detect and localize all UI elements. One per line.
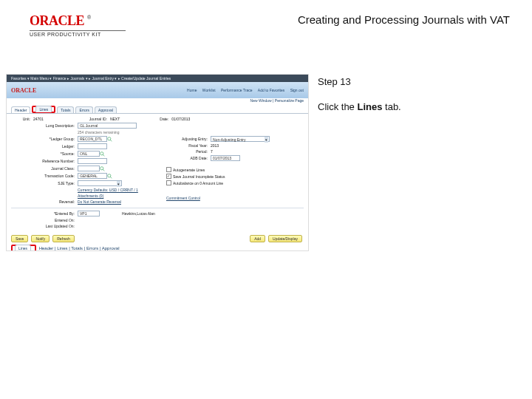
link-signout[interactable]: Sign out <box>290 88 304 92</box>
banner-oracle-logo: ORACLE <box>11 87 36 94</box>
click-highlight-box-bottom: Lines <box>11 245 36 251</box>
sjetype-dropdown[interactable] <box>78 180 122 186</box>
period-value: 7 <box>211 149 213 154</box>
chars-remaining: 254 characters remaining <box>78 130 119 134</box>
journalid-label: Journal ID: <box>44 117 110 121</box>
fiscalyear-value: 2013 <box>211 143 219 148</box>
update-display-button[interactable]: Update/Display <box>268 235 302 242</box>
svg-line-3 <box>103 154 104 156</box>
oracle-logotype: ORACLE <box>30 13 84 29</box>
notify-button[interactable]: Notify <box>31 235 50 242</box>
trancode-field[interactable]: GENERAL <box>78 173 107 179</box>
lookup-icon[interactable] <box>100 151 105 157</box>
breadcrumb: Favorites ▾ Main Menu ▾ Finance ▸ Journa… <box>7 75 308 82</box>
fiscalyear-label: Fiscal Year: <box>166 143 211 148</box>
unit-value: 24701 <box>33 117 44 121</box>
trademark-symbol: ® <box>87 15 91 20</box>
app-banner: ORACLE Home Worklist Performance Trace A… <box>7 82 308 98</box>
svg-line-1 <box>110 140 112 141</box>
adbdate-field[interactable]: 01/07/2013 <box>211 155 240 161</box>
enteredby-field[interactable]: VP1 <box>78 211 100 216</box>
document-title: Creating and Processing Journals with VA… <box>126 13 517 26</box>
date-value: 01/07/2013 <box>171 117 190 121</box>
link-perftrace[interactable]: Performance Trace <box>221 88 253 92</box>
click-highlight-box: Lines <box>32 106 55 113</box>
adbdate-label: ADB Date: <box>166 156 211 160</box>
journalclass-field[interactable] <box>78 166 100 171</box>
add-button[interactable]: Add <box>250 235 265 242</box>
journalid-value: NEXT <box>110 117 120 121</box>
tab-errors[interactable]: Errors <box>75 106 93 113</box>
ledger-label: Ledger: <box>11 144 78 149</box>
currency-defaults-link[interactable]: Currency Defaults: USD / CRRNT / 1 <box>78 188 138 192</box>
attachments-link[interactable]: Attachments (0) <box>78 194 103 198</box>
step-number: Step 13 <box>318 74 516 90</box>
svg-line-7 <box>110 177 112 178</box>
ledgergroup-field[interactable]: RECON_DTL <box>78 136 107 142</box>
commitment-control-link[interactable]: Commitment Control <box>166 196 200 200</box>
autobalance-label: Autobalance on 0 Amount Line <box>173 181 223 185</box>
tab-totals[interactable]: Totals <box>57 106 74 113</box>
tab-header[interactable]: Header <box>11 106 30 113</box>
link-worklist[interactable]: Worklist <box>202 88 216 92</box>
ledgergroup-label: *Ledger Group: <box>11 137 78 141</box>
adjentry-dropdown[interactable]: Non-Adjusting Entry <box>211 136 270 142</box>
footer-tab-links: Header | Lines | Totals | Errors | Appro… <box>39 246 120 250</box>
refno-label: Reference Number: <box>11 159 78 163</box>
date-label: Date: <box>120 117 171 121</box>
journalclass-label: Journal Class: <box>11 166 78 171</box>
autogen-label: Autogenerate Lines <box>173 168 205 172</box>
saveincomplete-checkbox[interactable] <box>166 174 171 179</box>
tab-lines[interactable]: Lines <box>35 106 52 112</box>
longdesc-field[interactable]: GL Journal <box>78 123 137 129</box>
instruction-panel: Step 13 Click the Lines tab. <box>309 74 516 251</box>
window-links: New Window | Personalize Page <box>7 98 308 105</box>
link-favorites[interactable]: Add to Favorites <box>258 88 284 92</box>
reversal-value[interactable]: Do Not Generate Reversal <box>78 200 121 204</box>
period-label: Period: <box>166 149 211 154</box>
reversal-label: Reversal: <box>11 200 78 204</box>
autogen-checkbox[interactable] <box>166 167 171 172</box>
instruction-post: tab. <box>382 101 400 112</box>
journal-header-form: Unit: 24701 Journal ID: NEXT Date: 01/07… <box>7 114 308 233</box>
trancode-label: Transaction Code: <box>11 174 78 178</box>
enteredby-name: Hawkins,Lucas Alan <box>122 211 155 216</box>
sjetype-label: SJE Type: <box>11 181 78 185</box>
saveincomplete-label: Save Journal Incomplete Status <box>173 174 225 179</box>
bottom-tab-lines[interactable]: Lines <box>15 245 31 251</box>
bottom-tab-strip: Lines Header | Lines | Totals | Errors |… <box>7 245 308 251</box>
link-home[interactable]: Home <box>187 88 197 92</box>
refno-field[interactable] <box>78 158 107 164</box>
save-button[interactable]: Save <box>11 235 28 242</box>
lastupdated-label: Last Updated On: <box>11 224 78 228</box>
lookup-icon[interactable] <box>107 174 112 179</box>
instruction-pre: Click the <box>318 101 357 112</box>
lookup-icon[interactable] <box>100 166 105 171</box>
lookup-icon[interactable] <box>107 137 112 142</box>
screenshot-thumbnail: Favorites ▾ Main Menu ▾ Finance ▸ Journa… <box>6 74 309 251</box>
svg-line-5 <box>103 169 104 171</box>
longdesc-label: Long Description: <box>11 123 78 128</box>
brand-subline: USER PRODUCTIVITY KIT <box>30 30 126 37</box>
autobalance-checkbox[interactable] <box>166 180 171 185</box>
brand-block: ORACLE ® USER PRODUCTIVITY KIT <box>30 13 126 37</box>
source-label: *Source: <box>11 151 78 156</box>
adjentry-label: Adjusting Entry: <box>166 137 211 141</box>
source-field[interactable]: ONL <box>78 151 100 157</box>
instruction-bold: Lines <box>357 101 382 112</box>
unit-label: Unit: <box>11 117 33 121</box>
action-button-row: Save Notify Refresh Add Update/Display <box>7 233 308 245</box>
instruction-text: Click the Lines tab. <box>318 99 516 115</box>
banner-links: Home Worklist Performance Trace Add to F… <box>183 88 304 92</box>
tab-approval[interactable]: Approval <box>95 106 117 113</box>
enteredon-label: Entered On: <box>11 218 78 222</box>
ledger-field[interactable] <box>78 143 107 149</box>
enteredby-label: *Entered By: <box>11 211 78 216</box>
tab-strip: Header Lines Totals Errors Approval <box>7 105 308 114</box>
refresh-button[interactable]: Refresh <box>52 235 75 242</box>
